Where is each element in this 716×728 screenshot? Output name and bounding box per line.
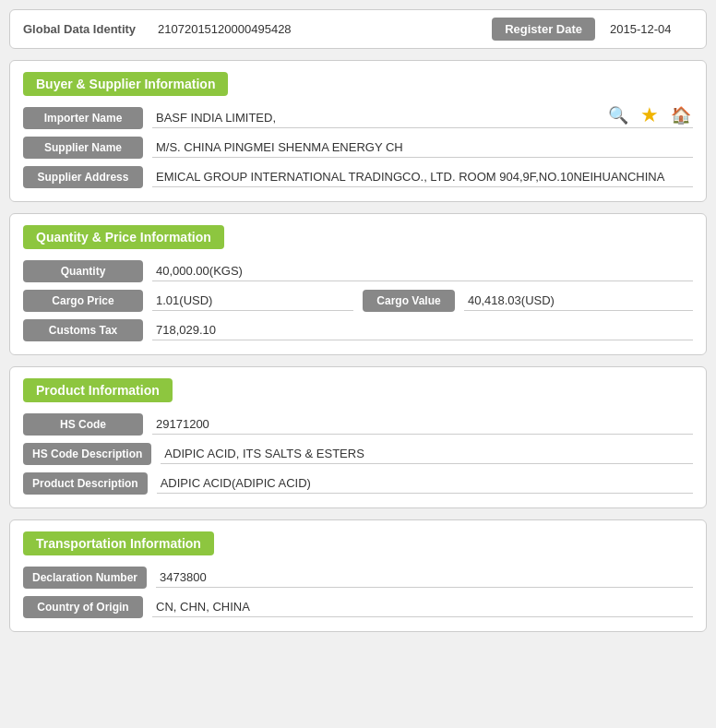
customs-tax-value: 718,029.10 — [152, 320, 693, 340]
star-icon[interactable]: ★ — [638, 103, 662, 127]
register-date-label: Register Date — [492, 18, 595, 41]
importer-name-label: Importer Name — [23, 107, 143, 129]
declaration-number-row: Declaration Number 3473800 — [23, 567, 693, 589]
supplier-address-label: Supplier Address — [23, 166, 143, 188]
buyer-supplier-section: Buyer & Supplier Information 🔍 ★ 🏠 Impor… — [9, 60, 707, 202]
quantity-value: 40,000.00(KGS) — [152, 261, 693, 281]
country-of-origin-label: Country of Origin — [23, 596, 143, 618]
product-description-label: Product Description — [23, 472, 148, 495]
transportation-title: Transportation Information — [23, 531, 214, 555]
cargo-price-group: Cargo Price 1.01(USD) — [23, 290, 353, 312]
hs-code-description-label: HS Code Description — [23, 443, 151, 465]
country-of-origin-value: CN, CHN, CHINA — [152, 597, 693, 617]
customs-tax-row: Customs Tax 718,029.10 — [23, 319, 693, 341]
action-icons: 🔍 ★ 🏠 — [606, 103, 693, 127]
product-description-value: ADIPIC ACID(ADIPIC ACID) — [157, 473, 693, 494]
customs-tax-label: Customs Tax — [23, 319, 143, 341]
cargo-price-label: Cargo Price — [23, 290, 143, 312]
quantity-price-section: Quantity & Price Information Quantity 40… — [9, 213, 707, 355]
cargo-value-label: Cargo Value — [363, 290, 455, 312]
product-info-title: Product Information — [23, 378, 173, 402]
global-data-identity-label: Global Data Identity — [23, 22, 143, 36]
hs-code-description-row: HS Code Description ADIPIC ACID, ITS SAL… — [23, 443, 693, 465]
supplier-name-value: M/S. CHINA PINGMEI SHENMA ENERGY CH — [152, 137, 693, 158]
buyer-supplier-title: Buyer & Supplier Information — [23, 72, 228, 96]
cargo-value-value: 40,418.03(USD) — [464, 291, 693, 311]
search-icon[interactable]: 🔍 — [606, 103, 630, 127]
hs-code-label: HS Code — [23, 413, 143, 436]
declaration-number-value: 3473800 — [156, 567, 693, 588]
cargo-price-value: 1.01(USD) — [152, 291, 353, 311]
cargo-value-group: Cargo Value 40,418.03(USD) — [363, 290, 693, 312]
global-data-identity-value: 21072015120000495428 — [158, 22, 477, 36]
product-info-section: Product Information HS Code 29171200 HS … — [9, 366, 707, 508]
quantity-label: Quantity — [23, 260, 143, 282]
importer-name-row: Importer Name BASF INDIA LIMITED, — [23, 107, 693, 129]
register-date-value: 2015-12-04 — [610, 22, 693, 36]
supplier-address-value: EMICAL GROUP INTERNATIONAL TRADINGCO., L… — [152, 167, 693, 187]
declaration-number-label: Declaration Number — [23, 567, 147, 589]
quantity-price-title: Quantity & Price Information — [23, 225, 224, 249]
supplier-name-label: Supplier Name — [23, 137, 143, 159]
transportation-section: Transportation Information Declaration N… — [9, 519, 707, 632]
quantity-row: Quantity 40,000.00(KGS) — [23, 260, 693, 282]
hs-code-row: HS Code 29171200 — [23, 413, 693, 436]
global-bar: Global Data Identity 2107201512000049542… — [9, 9, 707, 49]
hs-code-value: 29171200 — [152, 414, 693, 435]
supplier-address-row: Supplier Address EMICAL GROUP INTERNATIO… — [23, 166, 693, 188]
country-of-origin-row: Country of Origin CN, CHN, CHINA — [23, 596, 693, 618]
home-icon[interactable]: 🏠 — [669, 103, 693, 127]
hs-code-description-value: ADIPIC ACID, ITS SALTS & ESTERS — [161, 444, 693, 464]
supplier-name-row: Supplier Name M/S. CHINA PINGMEI SHENMA … — [23, 137, 693, 159]
product-description-row: Product Description ADIPIC ACID(ADIPIC A… — [23, 472, 693, 495]
page-wrapper: Global Data Identity 2107201512000049542… — [9, 9, 707, 632]
cargo-price-row: Cargo Price 1.01(USD) Cargo Value 40,418… — [23, 290, 693, 312]
